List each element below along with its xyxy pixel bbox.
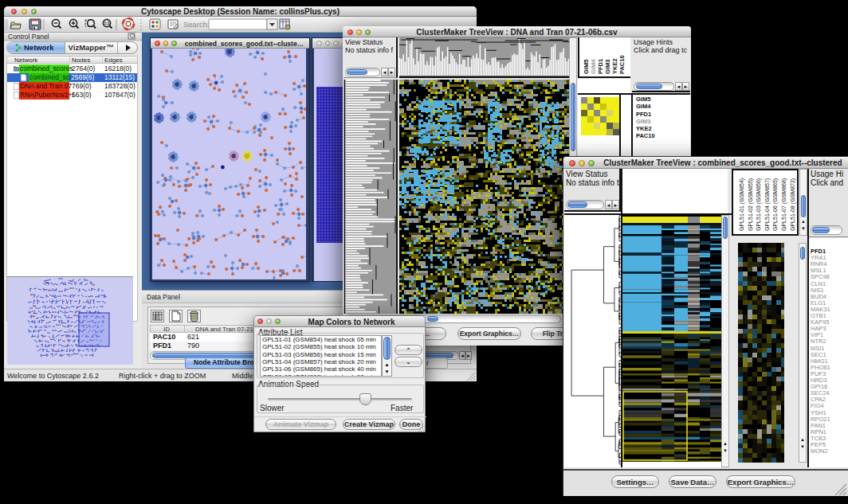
svg-text:1:1: 1:1	[104, 21, 109, 25]
svg-text:Search:: Search:	[183, 20, 210, 29]
